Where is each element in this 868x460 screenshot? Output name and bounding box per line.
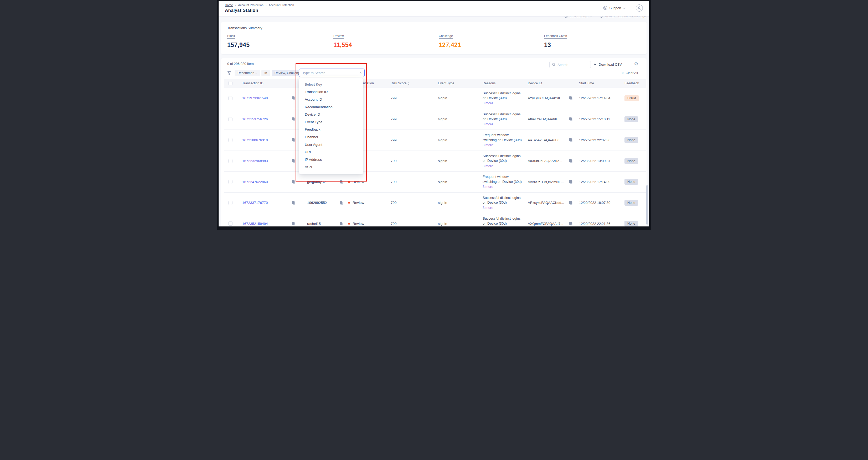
more-reasons-link[interactable]: 3 more: [483, 184, 526, 189]
row-checkbox[interactable]: [228, 180, 232, 184]
dropdown-option[interactable]: Account ID: [299, 96, 363, 103]
breadcrumb-home[interactable]: Home: [225, 3, 233, 6]
dropdown-option[interactable]: User Agent: [299, 141, 363, 148]
copy-device-icon[interactable]: [565, 96, 576, 100]
key-select-combobox[interactable]: Type to Search: [299, 68, 365, 77]
copy-device-icon[interactable]: [565, 159, 576, 163]
row-checkbox[interactable]: [228, 159, 232, 163]
copy-account-icon[interactable]: [337, 180, 346, 184]
transaction-id-link[interactable]: 1672352159494: [237, 222, 288, 226]
more-reasons-link[interactable]: 3 more: [483, 206, 526, 210]
column-reasons[interactable]: Reasons: [480, 82, 526, 85]
event-type-value: signin: [434, 180, 480, 184]
feedback-badge: None: [624, 158, 638, 164]
row-checkbox[interactable]: [228, 201, 232, 205]
reasons-cell: Successful distinct logins on Device (30…: [480, 112, 526, 127]
reasons-cell: Successful distinct logins on Device (30…: [480, 216, 526, 230]
device-id-value: AXQmmFCFAQAAtI7...: [526, 222, 565, 226]
download-csv-button[interactable]: Download CSV: [593, 63, 622, 66]
metric-review-value: 11,554: [333, 41, 352, 49]
metric-feedback-given-label[interactable]: Feedback Given: [544, 34, 567, 39]
vertical-scrollbar[interactable]: [646, 185, 648, 225]
risk-score-value: 799: [389, 180, 434, 184]
metric-challenge-label[interactable]: Challenge: [439, 34, 453, 39]
dropdown-option[interactable]: ASN: [299, 163, 363, 171]
dropdown-option[interactable]: Device ID: [299, 111, 363, 118]
transaction-id-link[interactable]: 1672247622860: [237, 180, 288, 184]
transaction-id-link[interactable]: 1672337176770: [237, 201, 288, 205]
row-checkbox[interactable]: [228, 138, 232, 142]
transaction-id-link[interactable]: 1671973361540: [237, 96, 288, 100]
clear-all-button[interactable]: ✕ Clear All: [621, 71, 638, 75]
filter-chip-key[interactable]: Recommen...: [235, 70, 260, 76]
dropdown-option[interactable]: Feedback: [299, 126, 363, 133]
copy-device-icon[interactable]: [565, 180, 576, 184]
column-start-time[interactable]: Start Time: [576, 82, 621, 85]
support-menu[interactable]: Support: [603, 6, 625, 10]
column-risk-score[interactable]: Risk Score: [389, 82, 434, 85]
transaction-id-link[interactable]: 1672153756726: [237, 117, 288, 121]
metric-challenge: Challenge 127,421: [439, 33, 461, 49]
dropdown-option[interactable]: IP Address: [299, 156, 363, 163]
table-rows: 1671973361540 799 signin Successful dist…: [224, 88, 646, 230]
metric-review-label[interactable]: Review: [333, 34, 344, 39]
select-all-checkbox[interactable]: [228, 81, 232, 85]
table-row: 1672247622860 gcrgabby82 Review 799 sign…: [224, 171, 646, 192]
copy-device-icon[interactable]: [565, 201, 576, 205]
column-feedback[interactable]: Feedback: [621, 82, 646, 85]
table-row: 1672232968983 799 signin Successful dist…: [224, 151, 646, 172]
dropdown-option[interactable]: Event Type: [299, 118, 363, 126]
column-device-id[interactable]: Device ID: [526, 82, 565, 85]
funnel-icon[interactable]: [227, 71, 231, 75]
copy-device-icon[interactable]: [565, 138, 576, 142]
copy-icon[interactable]: [288, 96, 299, 100]
more-reasons-link[interactable]: 3 more: [483, 122, 526, 127]
key-select-placeholder: Type to Search: [302, 71, 325, 75]
dropdown-option[interactable]: Recommendation: [299, 103, 363, 111]
copy-icon[interactable]: [288, 117, 299, 121]
feedback-badge: None: [624, 116, 638, 122]
reason-line-2: switching on Device (30d): [483, 180, 522, 184]
metric-block-label[interactable]: Block: [227, 34, 235, 39]
search-input[interactable]: Search: [549, 61, 591, 68]
copy-icon[interactable]: [288, 159, 299, 163]
event-type-value: signin: [434, 201, 480, 205]
dropdown-option[interactable]: Channel: [299, 133, 363, 141]
user-avatar[interactable]: [636, 4, 643, 11]
breadcrumb-account-protection[interactable]: Account Protection: [238, 3, 264, 6]
copy-device-icon[interactable]: [565, 117, 576, 121]
gear-icon[interactable]: ⚙: [634, 62, 638, 66]
table-row: 1672180676310 799 signin Frequent window…: [224, 129, 646, 151]
row-checkbox[interactable]: [228, 117, 232, 121]
recommendation-dot: [348, 202, 350, 204]
copy-icon[interactable]: [288, 201, 299, 205]
close-icon: ✕: [621, 71, 624, 75]
more-reasons-link[interactable]: 4 more: [483, 226, 526, 230]
copy-device-icon[interactable]: [565, 221, 576, 226]
more-reasons-link[interactable]: 3 more: [483, 101, 526, 106]
more-reasons-link[interactable]: 3 more: [483, 164, 526, 168]
column-transaction-id[interactable]: Transaction ID: [237, 82, 288, 85]
column-event-type[interactable]: Event Type: [434, 82, 480, 85]
table-row: 1672352159494 rachel15 Review 799 signin…: [224, 213, 646, 230]
row-checkbox[interactable]: [228, 221, 232, 226]
copy-account-icon[interactable]: [337, 221, 346, 226]
copy-icon[interactable]: [288, 138, 299, 142]
search-placeholder: Search: [557, 63, 568, 67]
sort-icon[interactable]: [408, 82, 410, 85]
start-time-value: 12/25/2022 17:14:04: [576, 96, 621, 100]
copy-icon[interactable]: [288, 221, 299, 226]
transaction-id-link[interactable]: 1672180676310: [237, 138, 288, 142]
copy-account-icon[interactable]: [337, 201, 346, 205]
dropdown-option[interactable]: URL: [299, 148, 363, 156]
lifebuoy-icon: [603, 6, 608, 10]
risk-score-value: 799: [389, 222, 434, 226]
filter-chip-operator[interactable]: In: [261, 70, 270, 76]
more-reasons-link[interactable]: 3 more: [483, 143, 526, 148]
dropdown-option[interactable]: Transaction ID: [299, 88, 363, 96]
row-checkbox[interactable]: [228, 96, 232, 100]
copy-icon[interactable]: [288, 180, 299, 184]
recommendation-dot: [348, 223, 350, 225]
transaction-id-link[interactable]: 1672232968983: [237, 159, 288, 163]
account-id-value: rachel15: [299, 222, 337, 226]
